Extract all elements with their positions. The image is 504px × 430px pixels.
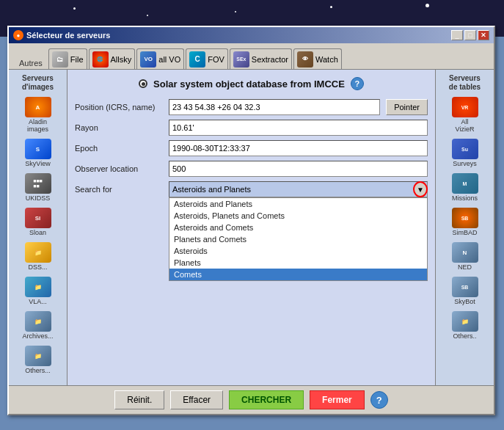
panel-title-row: Solar system object database from IMCCE … [75, 77, 428, 90]
epoch-input[interactable] [169, 140, 428, 156]
ukidss-label: UKIDSS [26, 194, 51, 202]
tab-cfov-label: FOV [208, 55, 224, 64]
vla-label: VLA... [29, 298, 47, 305]
tab-bar: Autres 🗂 File 🌐 Allsky VO all VO C FOV S… [9, 43, 494, 70]
tab-watch[interactable]: 👁 Watch [293, 48, 342, 69]
vla-icon: 📁 [25, 277, 51, 297]
window-icon: ● [13, 30, 23, 40]
watch-tab-icon: 👁 [297, 51, 313, 68]
sidebar-item-dss[interactable]: 📁 DSS... [9, 240, 67, 273]
sidebar-item-surveys[interactable]: Su Surveys [436, 136, 494, 170]
window-title: Sélecteur de serveurs [26, 31, 110, 40]
allsky-tab-icon: 🌐 [92, 51, 109, 68]
sidebar-item-ukidss[interactable]: ■■■■■ UKIDSS [9, 171, 67, 204]
sidebar-item-allvizier[interactable]: VR AllVizieR [436, 95, 494, 135]
dss-icon: 📁 [25, 242, 51, 263]
title-bar: ● Sélecteur de serveurs _ □ ✕ [9, 27, 494, 43]
left-sidebar-label: Serveursd'images [9, 73, 67, 93]
skybot-label: SkyBot [454, 298, 475, 305]
aladin-icon: A [25, 97, 51, 117]
rayon-row: Rayon [75, 120, 428, 136]
maximize-button[interactable]: □ [464, 30, 476, 40]
dropdown-item-asteroids[interactable]: Asteroids [169, 245, 427, 257]
simbad-icon: SB [452, 208, 478, 228]
dropdown-item-planets[interactable]: Planets [169, 257, 427, 269]
left-sidebar: Serveursd'images A Aladinimages S SkyVie… [9, 70, 67, 385]
sidebar-item-simbad[interactable]: SB SimBAD [436, 205, 494, 238]
right-sidebar: Serveursde tables VR AllVizieR Su Survey… [435, 70, 494, 385]
pointer-button[interactable]: Pointer [386, 99, 428, 115]
observer-label: Observer location [75, 164, 163, 173]
tab-file[interactable]: 🗂 File [48, 48, 87, 69]
allvizier-label: AllVizieR [456, 118, 475, 133]
minimize-button[interactable]: _ [451, 30, 463, 40]
sidebar-item-aladin[interactable]: A Aladinimages [9, 95, 67, 135]
position-label: Position (ICRS, name) [75, 103, 163, 112]
dropdown-item-asteroids-comets[interactable]: Asteroids and Comets [169, 222, 427, 233]
skybot-icon: SB [452, 277, 478, 297]
bottom-help-button[interactable]: ? [370, 391, 388, 409]
skyview-icon: S [25, 139, 51, 159]
content-area: Serveursd'images A Aladinimages S SkyVie… [9, 70, 494, 385]
tab-allvo-label: all VO [158, 55, 180, 64]
tab-autres-label: Autres [15, 57, 47, 69]
tab-allsky-label: Allsky [111, 55, 132, 64]
ned-label: NED [458, 263, 472, 271]
position-input[interactable] [169, 99, 380, 115]
rayon-input[interactable] [169, 120, 428, 136]
sidebar-item-others-right[interactable]: 📁 Others.. [436, 309, 494, 342]
sidebar-item-missions[interactable]: M Missions [436, 171, 494, 204]
epoch-label: Epoch [75, 144, 163, 153]
sidebar-item-vla[interactable]: 📁 VLA... [9, 274, 67, 307]
sloan-label: Sloan [29, 229, 46, 236]
panel-help-button[interactable]: ? [351, 77, 364, 90]
position-row: Position (ICRS, name) Pointer [75, 99, 428, 115]
sidebar-item-skybot[interactable]: SB SkyBot [436, 274, 494, 307]
reinit-button[interactable]: Réinit. [114, 390, 164, 409]
sidebar-item-archives[interactable]: 📁 Archives... [9, 309, 67, 342]
main-window: ● Sélecteur de serveurs _ □ ✕ Autres 🗂 F… [7, 26, 495, 415]
sidebar-item-skyview[interactable]: S SkyView [9, 136, 67, 170]
close-button[interactable]: ✕ [478, 30, 489, 40]
tab-sextractor[interactable]: SEx Sextractor [230, 48, 292, 69]
tab-cfov[interactable]: C FOV [186, 48, 228, 69]
sidebar-item-ned[interactable]: N NED [436, 240, 494, 273]
fermer-button[interactable]: Fermer [310, 390, 365, 409]
others-left-icon: 📁 [25, 346, 51, 366]
search-dropdown-list: Asteroids and Planets Asteroids, Planets… [169, 197, 428, 281]
dropdown-item-asteroids-planets-comets[interactable]: Asteroids, Planets and Comets [169, 210, 427, 222]
search-for-row: Search for Asteroids and Planets ▼ Aster… [75, 181, 428, 197]
sidebar-item-sloan[interactable]: Sl Sloan [9, 205, 67, 238]
search-dropdown-container: Asteroids and Planets ▼ Asteroids and Pl… [169, 181, 428, 197]
observer-row: Observer location [75, 161, 428, 177]
dropdown-item-planets-comets[interactable]: Planets and Comets [169, 233, 427, 245]
dropdown-item-comets[interactable]: Comets [169, 269, 427, 280]
search-for-label: Search for [75, 185, 163, 194]
sloan-icon: Sl [25, 208, 51, 228]
missions-label: Missions [452, 194, 478, 202]
allvizier-icon: VR [452, 97, 478, 117]
tab-allvo[interactable]: VO all VO [136, 48, 184, 69]
dropdown-arrow-button[interactable]: ▼ [413, 181, 428, 197]
tab-watch-label: Watch [315, 55, 338, 64]
ukidss-icon: ■■■■■ [25, 173, 51, 194]
dropdown-item-asteroids-planets[interactable]: Asteroids and Planets [169, 198, 427, 210]
radio-button[interactable] [139, 79, 147, 88]
skyview-label: SkyView [25, 160, 50, 167]
sidebar-item-others-left[interactable]: 📁 Others... [9, 343, 67, 376]
window-controls: _ □ ✕ [451, 30, 489, 40]
allvo-tab-icon: VO [140, 51, 156, 68]
radio-dot-inner [142, 82, 145, 86]
aladin-label: Aladinimages [27, 118, 48, 133]
observer-input[interactable] [169, 161, 428, 177]
tab-sextractor-label: Sextractor [252, 55, 288, 64]
search-dropdown-value: Asteroids and Planets [172, 185, 251, 194]
effacer-button[interactable]: Effacer [170, 390, 223, 409]
cfov-tab-icon: C [189, 51, 205, 68]
tab-allsky[interactable]: 🌐 Allsky [89, 48, 136, 69]
file-tab-icon: 🗂 [52, 51, 68, 68]
search-dropdown-selected[interactable]: Asteroids and Planets [169, 181, 428, 197]
title-bar-left: ● Sélecteur de serveurs [13, 30, 110, 40]
chercher-button[interactable]: CHERCHER [229, 390, 304, 409]
surveys-label: Surveys [453, 160, 477, 167]
